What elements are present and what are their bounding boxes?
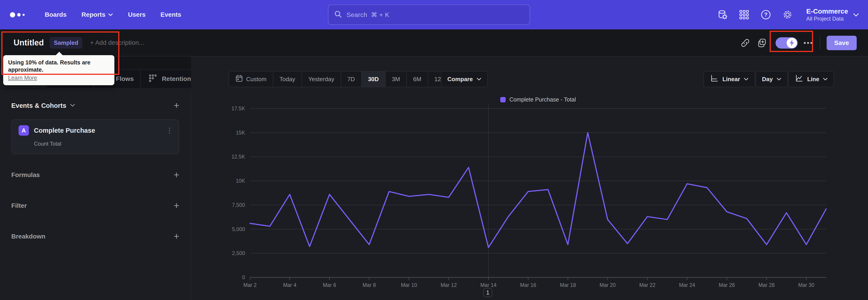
sampling-toggle[interactable] <box>776 37 798 49</box>
range-label: Custom <box>246 76 267 83</box>
workspace-scope: All Project Data <box>806 16 848 22</box>
chevron-down-icon <box>70 103 75 108</box>
range-button-6m[interactable]: 6M <box>407 71 428 87</box>
workspace-switcher[interactable]: E-Commerce All Project Data <box>806 7 858 22</box>
nav-item-label: Events <box>160 11 181 18</box>
retention-icon <box>148 74 157 84</box>
events-cohorts-header[interactable]: Events & Cohorts <box>11 102 66 110</box>
nav-item-label: Reports <box>81 11 105 18</box>
linear-axis-icon <box>710 74 719 85</box>
compare-label: Compare <box>447 76 473 83</box>
legend-swatch <box>500 97 506 102</box>
chart-type-dropdown[interactable]: Line <box>788 71 834 87</box>
range-label: Today <box>280 76 295 83</box>
section-breakdown: Breakdown + <box>11 228 179 245</box>
mixpanel-logo-icon[interactable] <box>10 12 30 18</box>
add-breakdown-button[interactable]: + <box>174 232 179 241</box>
tooltip-learn-more-link[interactable]: Learn More <box>8 74 37 81</box>
range-label: 7D <box>347 76 355 83</box>
save-button[interactable]: Save <box>827 36 857 50</box>
range-button-3m[interactable]: 3M <box>385 71 407 87</box>
divider <box>820 37 820 49</box>
pagination-page-1[interactable]: 1 <box>483 288 492 297</box>
nav-item-boards[interactable]: Boards <box>45 11 66 18</box>
svg-text:?: ? <box>764 11 768 18</box>
sampling-tooltip: Using 10% of data. Results are approxima… <box>3 55 114 85</box>
tab-label: Flows <box>116 75 134 83</box>
search-shortcut: ⌘ + K <box>371 11 389 18</box>
add-formula-button[interactable]: + <box>174 170 179 180</box>
data-management-icon[interactable] <box>717 9 728 20</box>
scale-dropdown[interactable]: Linear <box>704 71 755 87</box>
search-input[interactable]: Search ⌘ + K <box>328 4 530 25</box>
range-label: 6M <box>413 76 421 83</box>
range-label: Yesterday <box>308 76 334 83</box>
left-column: InsightsFunnelsFlowsRetention Events & C… <box>0 57 191 300</box>
sampled-badge[interactable]: Sampled <box>50 37 82 49</box>
chevron-down-icon <box>853 13 858 16</box>
interval-label: Day <box>762 76 773 83</box>
nav-item-events[interactable]: Events <box>160 11 181 18</box>
more-menu-button[interactable]: ••• <box>804 39 813 47</box>
add-filter-button[interactable]: + <box>174 201 179 210</box>
range-button-custom[interactable]: Custom <box>229 71 273 87</box>
range-button-30d[interactable]: 30D <box>362 71 385 87</box>
report-header-bar: Untitled Sampled + Add description... ••… <box>0 29 868 57</box>
report-title[interactable]: Untitled <box>13 38 44 48</box>
section-label: Formulas <box>11 171 40 179</box>
line-chart-icon <box>795 74 804 85</box>
event-letter-badge: A <box>19 125 29 136</box>
event-card[interactable]: A Complete Purchase ⋮ Count Total <box>11 119 179 154</box>
nav-items: BoardsReportsUsersEvents <box>45 11 181 18</box>
event-options-kebab[interactable]: ⋮ <box>166 129 173 132</box>
nav-item-users[interactable]: Users <box>128 11 146 18</box>
tab-retention[interactable]: Retention <box>141 70 191 88</box>
add-event-button[interactable]: + <box>174 101 179 110</box>
add-to-board-icon[interactable] <box>756 37 768 49</box>
section-label: Breakdown <box>11 233 45 240</box>
tab-label: Retention <box>162 75 191 83</box>
range-button-yesterday[interactable]: Yesterday <box>302 71 341 87</box>
chart-panel <box>191 57 868 300</box>
search-placeholder: Search <box>346 11 367 18</box>
calendar-icon <box>235 74 243 84</box>
interval-dropdown[interactable]: Day <box>756 71 788 87</box>
tooltip-message: Using 10% of data. Results are approxima… <box>8 59 110 73</box>
section-filter: Filter + <box>11 198 179 214</box>
add-description-field[interactable]: + Add description... <box>90 39 144 46</box>
range-label: 3M <box>392 76 400 83</box>
event-name: Complete Purchase <box>34 127 95 134</box>
chart-legend[interactable]: Complete Purchase - Total <box>250 96 826 103</box>
apps-grid-icon[interactable] <box>739 9 750 20</box>
search-icon <box>334 10 342 19</box>
nav-item-label: Users <box>128 11 146 18</box>
section-label: Filter <box>11 202 27 209</box>
lightning-bolt-icon <box>786 38 797 48</box>
section-formulas: Formulas + <box>11 167 179 183</box>
top-nav: BoardsReportsUsersEvents Search ⌘ + K <box>0 0 868 29</box>
nav-right: ? E-Commerce All Project Data <box>717 0 868 29</box>
range-button-today[interactable]: Today <box>273 71 302 87</box>
query-builder-sidebar: Events & Cohorts + A Complete Purchase ⋮… <box>0 89 191 300</box>
help-icon[interactable]: ? <box>760 9 772 20</box>
nav-item-label: Boards <box>45 11 66 18</box>
compare-dropdown[interactable]: Compare <box>441 71 488 87</box>
nav-item-reports[interactable]: Reports <box>81 11 113 18</box>
chevron-down-icon <box>108 13 113 16</box>
date-range-group: CustomTodayYesterday7D30D3M6M12M <box>228 71 453 87</box>
workspace-name: E-Commerce <box>806 7 848 16</box>
scale-label: Linear <box>722 76 740 83</box>
range-button-7d[interactable]: 7D <box>341 71 362 87</box>
event-metric[interactable]: Count Total <box>34 141 173 147</box>
chart-type-label: Line <box>807 76 819 83</box>
legend-label: Complete Purchase - Total <box>509 96 576 103</box>
range-label: 30D <box>368 76 379 83</box>
settings-gear-icon[interactable] <box>782 9 793 20</box>
copy-link-icon[interactable] <box>739 37 751 49</box>
